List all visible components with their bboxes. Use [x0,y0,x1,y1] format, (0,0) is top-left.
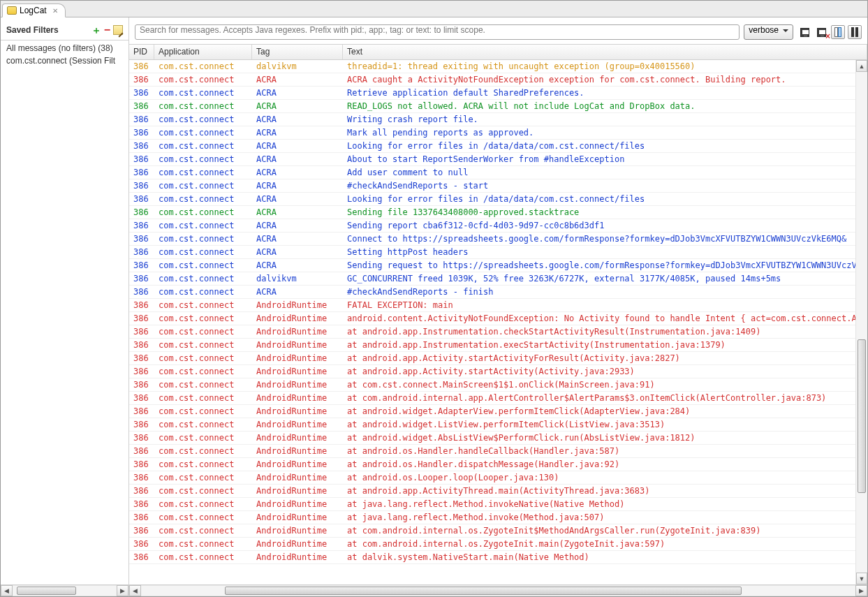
saved-filters-panel: Saved Filters ＋ − All messages (no filte… [1,17,129,596]
cell-app: com.cst.connect [154,513,252,522]
scroll-track[interactable] [141,585,855,596]
table-row[interactable]: 386com.cst.connectACRAMark all pending r… [129,126,855,140]
display-view-button[interactable] [831,25,845,39]
scroll-right-icon[interactable]: ▶ [117,585,128,596]
tab-logcat[interactable]: LogCat ✕ [2,3,66,17]
cell-text: threadid=1: thread exiting with uncaught… [343,61,855,71]
chevron-down-icon [783,29,788,35]
cell-tag: ACRA [252,207,343,217]
save-log-button[interactable] [797,25,811,39]
table-row[interactable]: 386com.cst.connectAndroidRuntimeat com.a… [129,538,855,551]
search-input[interactable]: Search for messages. Accepts Java regexe… [135,24,740,40]
cell-app: com.cst.connect [154,287,252,297]
cell-app: com.cst.connect [154,433,252,443]
table-row[interactable]: 386com.cst.connectAndroidRuntimeat andro… [129,432,855,445]
cell-text: About to start ReportSenderWorker from #… [343,154,855,164]
scroll-lock-button[interactable] [848,25,862,39]
cell-tag: AndroidRuntime [252,300,343,310]
table-row[interactable]: 386com.cst.connectACRASending file 13376… [129,206,855,219]
table-row[interactable]: 386com.cst.connectAndroidRuntimeat andro… [129,418,855,432]
log-rows[interactable]: 386com.cst.connectdalvikvmthreadid=1: th… [129,60,855,584]
cell-tag: AndroidRuntime [252,446,343,456]
table-row[interactable]: 386com.cst.connectAndroidRuntimeat com.a… [129,392,855,405]
saved-filters-title: Saved Filters [6,25,91,35]
clear-log-button[interactable] [814,25,828,39]
table-row[interactable]: 386com.cst.connectACRALooking for error … [129,193,855,206]
table-row[interactable]: 386com.cst.connectAndroidRuntimeat andro… [129,458,855,471]
table-row[interactable]: 386com.cst.connectAndroidRuntimeat dalvi… [129,551,855,564]
scroll-track[interactable] [13,585,117,596]
table-row[interactable]: 386com.cst.connectACRAWriting crash repo… [129,113,855,126]
cell-tag: AndroidRuntime [252,393,343,403]
cell-tag: AndroidRuntime [252,314,343,323]
table-row[interactable]: 386com.cst.connectdalvikvmthreadid=1: th… [129,60,855,73]
table-row[interactable]: 386com.cst.connectAndroidRuntimeat andro… [129,325,855,339]
table-row[interactable]: 386com.cst.connectdalvikvmGC_CONCURRENT … [129,272,855,286]
col-text[interactable]: Text [343,45,867,59]
cell-text: at android.app.Activity.startActivity(Ac… [343,367,855,376]
table-row[interactable]: 386com.cst.connectAndroidRuntimeat com.c… [129,378,855,392]
table-row[interactable]: 386com.cst.connectAndroidRuntimeat andro… [129,365,855,378]
cell-app: com.cst.connect [154,221,252,230]
table-row[interactable]: 386com.cst.connectAndroidRuntimeat andro… [129,471,855,485]
scroll-right-icon[interactable]: ▶ [855,585,867,596]
scroll-down-icon[interactable]: ▼ [856,573,867,584]
col-application[interactable]: Application [154,45,252,59]
table-row[interactable]: 386com.cst.connectAndroidRuntimeat andro… [129,445,855,458]
col-tag[interactable]: Tag [252,45,343,59]
sidebar-hscroll[interactable]: ◀ ▶ [1,584,128,596]
table-row[interactable]: 386com.cst.connectACRA#checkAndSendRepor… [129,286,855,299]
close-icon[interactable]: ✕ [52,7,58,15]
cell-text: at com.android.internal.os.ZygoteInit$Me… [343,526,855,536]
table-row[interactable]: 386com.cst.connectACRAACRA caught a Acti… [129,73,855,87]
cell-pid: 386 [129,446,154,456]
table-row[interactable]: 386com.cst.connectAndroidRuntimeat java.… [129,498,855,511]
scroll-up-icon[interactable]: ▲ [856,60,867,72]
table-row[interactable]: 386com.cst.connectAndroidRuntimeat java.… [129,511,855,524]
cell-pid: 386 [129,526,154,536]
cell-pid: 386 [129,380,154,390]
cell-pid: 386 [129,154,154,164]
scroll-thumb[interactable] [17,587,76,595]
filter-item-all[interactable]: All messages (no filters) (38) [1,42,128,54]
filter-item-session[interactable]: com.cst.connect (Session Filt [1,54,128,67]
cell-pid: 386 [129,207,154,217]
remove-filter-icon[interactable]: − [104,24,110,36]
tabbar: LogCat ✕ [1,1,867,17]
table-row[interactable]: 386com.cst.connectACRARetrieve applicati… [129,87,855,100]
main-hscroll[interactable]: ◀ ▶ [129,584,867,596]
table-row[interactable]: 386com.cst.connectACRASending request to… [129,259,855,272]
cell-app: com.cst.connect [154,459,252,469]
table-row[interactable]: 386com.cst.connectAndroidRuntimeat andro… [129,339,855,352]
table-row[interactable]: 386com.cst.connectAndroidRuntimeat com.a… [129,524,855,538]
table-row[interactable]: 386com.cst.connectACRAREAD_LOGS not allo… [129,100,855,113]
table-row[interactable]: 386com.cst.connectAndroidRuntimeat andro… [129,485,855,498]
table-row[interactable]: 386com.cst.connectACRA#checkAndSendRepor… [129,179,855,193]
cell-pid: 386 [129,300,154,310]
table-row[interactable]: 386com.cst.connectAndroidRuntimeat andro… [129,352,855,365]
table-row[interactable]: 386com.cst.connectACRAAbout to start Rep… [129,153,855,166]
table-row[interactable]: 386com.cst.connectACRAAdd user comment t… [129,166,855,179]
scroll-left-icon[interactable]: ◀ [129,585,141,596]
vscroll-thumb[interactable] [858,339,866,493]
cell-pid: 386 [129,234,154,244]
cell-text: Connect to https://spreadsheets.google.c… [343,234,855,244]
cell-app: com.cst.connect [154,300,252,310]
log-level-value: verbose [749,25,779,35]
table-row[interactable]: 386com.cst.connectACRAConnect to https:/… [129,233,855,246]
table-row[interactable]: 386com.cst.connectACRALooking for error … [129,140,855,153]
add-filter-icon[interactable]: ＋ [91,25,101,35]
log-level-select[interactable]: verbose [744,24,793,40]
vertical-scrollbar[interactable]: ▲ ▼ [855,60,867,584]
table-row[interactable]: 386com.cst.connectAndroidRuntimeat andro… [129,405,855,418]
table-row[interactable]: 386com.cst.connectAndroidRuntimeFATAL EX… [129,299,855,312]
table-row[interactable]: 386com.cst.connectACRASending report cba… [129,219,855,233]
cell-tag: AndroidRuntime [252,473,343,482]
col-pid[interactable]: PID [129,45,154,59]
edit-filter-icon[interactable] [113,25,123,35]
scroll-thumb[interactable] [225,587,742,595]
scroll-left-icon[interactable]: ◀ [1,585,13,596]
table-row[interactable]: 386com.cst.connectAndroidRuntimeandroid.… [129,312,855,325]
cell-text: at android.widget.ListView.performItemCl… [343,420,855,429]
table-row[interactable]: 386com.cst.connectACRASetting httpPost h… [129,246,855,259]
